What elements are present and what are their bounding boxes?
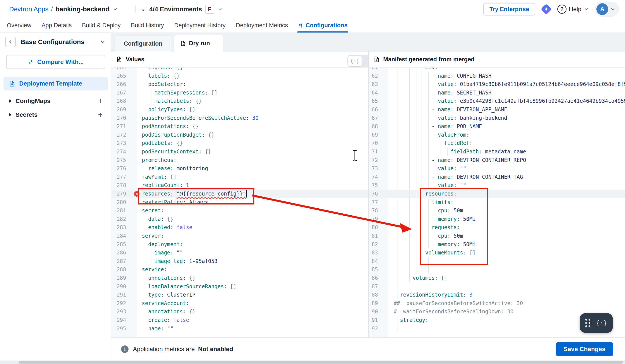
code-line[interactable]: 279✕resources: "@{{resource-config}}" — [111, 190, 368, 198]
code-line[interactable]: 288service: — [111, 265, 368, 274]
code-line[interactable]: 71 fieldPath: metadata.name — [369, 148, 625, 156]
code-line[interactable]: 266 podSelector: — [111, 80, 368, 89]
code-line[interactable]: 272podDisruptionBudget: {} — [111, 131, 368, 139]
expand-caret-icon — [9, 113, 12, 117]
sidebar-item-configmaps[interactable]: ConfigMaps + — [3, 94, 108, 108]
code-line[interactable]: 284server: — [111, 232, 368, 240]
compare-with-button[interactable]: Compare With... — [6, 55, 105, 69]
drag-handle-icon[interactable] — [585, 319, 590, 327]
manifest-viewer[interactable]: 61 env:62 - name: CONFIG_HASH63 value: 0… — [369, 68, 625, 337]
code-line[interactable]: 84 — [369, 257, 625, 266]
code-line[interactable]: 79 memory: 50Mi — [369, 215, 625, 223]
chevron-down-icon[interactable] — [112, 6, 118, 12]
environment-selector[interactable]: 4/4 Environments F — [140, 0, 223, 18]
add-configmap-button[interactable]: + — [98, 97, 103, 105]
code-line[interactable]: 267 matchExpressions: [] — [111, 89, 368, 97]
code-line[interactable]: 271podAnnotations: {} — [111, 122, 368, 131]
code-line[interactable]: 73 value: "" — [369, 164, 625, 173]
code-line[interactable]: 70 fieldRef: — [369, 139, 625, 148]
back-button[interactable] — [5, 37, 16, 47]
line-number: 295 — [114, 325, 126, 333]
add-secret-button[interactable]: + — [98, 111, 103, 119]
code-line[interactable]: 287 image_tag: 1-95af053 — [111, 257, 368, 266]
nav-tab-configurations[interactable]: Configurations — [298, 18, 347, 32]
tab-dry-run[interactable]: Dry run — [174, 35, 223, 52]
code-line[interactable]: 72 - name: DEVTRON_CONTAINER_REPO — [369, 156, 625, 165]
code-line[interactable]: 277rawYaml: [] — [111, 173, 368, 181]
code-line[interactable]: 281secret: — [111, 207, 368, 215]
code-line[interactable]: 283 enabled: false — [111, 223, 368, 232]
code-line[interactable]: 62 - name: CONFIG_HASH — [369, 72, 625, 80]
code-line[interactable]: 77 limits: — [369, 198, 625, 207]
code-line[interactable]: 291 type: ClusterIP — [111, 291, 368, 299]
code-line[interactable]: 286 image: "" — [111, 248, 368, 257]
scrollbar-thumb[interactable] — [19, 361, 623, 364]
code-view-toggle[interactable]: {·} — [347, 55, 372, 67]
code-line[interactable]: 290 loadBalancerSourceRanges: [] — [111, 282, 368, 291]
chevron-down-icon[interactable] — [100, 39, 106, 45]
line-number: 81 — [369, 232, 378, 240]
code-line[interactable]: 274podSecurityContext: {} — [111, 148, 368, 156]
code-line[interactable]: 264 ingress: [] — [111, 68, 368, 72]
code-line[interactable]: 64 - name: SECRET_HASH — [369, 89, 625, 97]
code-line[interactable]: 292serviceAccount: — [111, 299, 368, 308]
sliders-icon — [298, 23, 303, 28]
code-line[interactable]: 69 valueFrom: — [369, 131, 625, 139]
code-line[interactable]: 68 - name: POD_NAME — [369, 122, 625, 131]
code-line[interactable]: 88 revisionHistoryLimit: 3 — [369, 291, 625, 299]
code-line[interactable]: 65 value: e3b0c44298fc1c149afbf4c8996fb9… — [369, 97, 625, 105]
code-line[interactable]: 89## pauseForSecondsBeforeSwitchActive: … — [369, 299, 625, 308]
code-line[interactable]: 282 data: {} — [111, 215, 368, 223]
values-editor[interactable]: 264 ingress: []265 labels: {}266 podSele… — [111, 68, 368, 337]
code-line[interactable]: 265 labels: {} — [111, 72, 368, 80]
code-line[interactable]: 82 memory: 50Mi — [369, 240, 625, 249]
line-number: 63 — [369, 80, 378, 89]
code-line[interactable]: 275prometheus: — [111, 156, 368, 165]
nav-tab-app-details[interactable]: App Details — [42, 18, 72, 32]
code-line[interactable]: 67 value: banking-backend — [369, 114, 625, 122]
horizontal-scrollbar[interactable] — [0, 361, 625, 364]
code-line[interactable]: 76 resources: — [369, 190, 625, 198]
code-line[interactable]: 80 requests: — [369, 223, 625, 232]
code-line[interactable]: 280restartPolicy: Always — [111, 198, 368, 207]
code-line[interactable]: 276 release: monitoring — [111, 164, 368, 173]
code-line[interactable]: 74 - name: DEVTRON_CONTAINER_TAG — [369, 173, 625, 181]
tab-configuration[interactable]: Configuration — [114, 35, 171, 52]
ai-sparkle-icon[interactable]: ✦ — [541, 4, 552, 15]
code-line[interactable]: 285 deployment: — [111, 240, 368, 249]
code-line[interactable]: 66 - name: DEVTRON_APP_NAME — [369, 105, 625, 114]
sidebar-item-secrets[interactable]: Secrets + — [3, 108, 108, 121]
save-changes-button[interactable]: Save Changes — [556, 342, 613, 356]
code-line[interactable]: 81 cpu: 50m — [369, 232, 625, 240]
code-line[interactable]: 75 value: "" — [369, 181, 625, 190]
sidebar-item-deployment-template[interactable]: Deployment Template — [3, 77, 108, 90]
nav-tab-build-deploy[interactable]: Build & Deploy — [82, 18, 121, 32]
code-line[interactable]: 269 policyTypes: [] — [111, 105, 368, 114]
code-line[interactable]: 293 annotations: {} — [111, 307, 368, 316]
line-number: 279 — [114, 190, 126, 198]
editor-floating-toolbar[interactable]: {·} — [580, 313, 613, 333]
code-line[interactable]: 294 create: false — [111, 316, 368, 325]
user-menu[interactable]: A — [595, 2, 619, 17]
code-line[interactable]: 289 annotations: {} — [111, 274, 368, 282]
breadcrumb-app-section[interactable]: Devtron Apps — [9, 5, 48, 13]
nav-tab-deployment-metrics[interactable]: Deployment Metrics — [236, 18, 288, 32]
code-line[interactable]: 270pauseForSecondsBeforeSwitchActive: 30 — [111, 114, 368, 122]
braces-icon[interactable]: {·} — [596, 319, 607, 327]
code-line[interactable]: 63 value: 01ba4719c80b6fe911b091a7c05124… — [369, 80, 625, 89]
nav-tab-deployment-history[interactable]: Deployment History — [174, 18, 226, 32]
code-line[interactable]: 85 — [369, 265, 625, 274]
code-line[interactable]: 86 volumes: [] — [369, 274, 625, 282]
try-enterprise-button[interactable]: Try Enterprise — [483, 3, 535, 15]
help-menu[interactable]: ? Help — [557, 4, 589, 14]
code-line[interactable]: 87 — [369, 282, 625, 291]
code-line[interactable]: 278replicaCount: 1 — [111, 181, 368, 190]
code-line[interactable]: 273podLabels: {} — [111, 139, 368, 148]
code-line[interactable]: 268 matchLabels: {} — [111, 97, 368, 105]
nav-tab-overview[interactable]: Overview — [7, 18, 31, 32]
nav-tab-build-history[interactable]: Build History — [131, 18, 164, 32]
code-line[interactable]: 78 cpu: 50m — [369, 207, 625, 215]
code-line[interactable]: 295 name: "" — [111, 325, 368, 333]
code-line[interactable]: 61 env: — [369, 68, 625, 72]
code-line[interactable]: 83 volumeMounts: [] — [369, 248, 625, 257]
